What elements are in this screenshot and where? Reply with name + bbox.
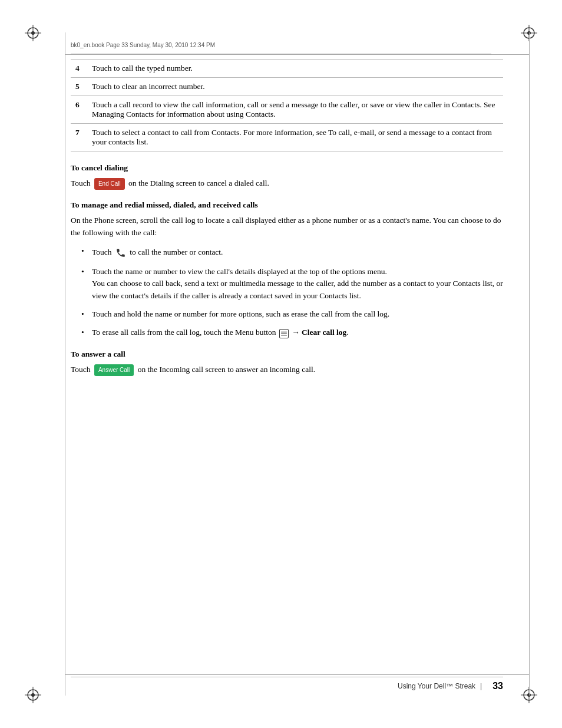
footer-top-line: [65, 674, 530, 675]
section-heading-cancel-dialing: To cancel dialing: [71, 163, 503, 173]
header-text: bk0_en.book Page 33 Sunday, May 30, 2010…: [71, 42, 215, 48]
footer-separator: |: [480, 682, 482, 690]
step-text-4: Touch to call the typed number.: [87, 60, 503, 78]
right-border-line: [529, 32, 530, 696]
reg-mark-bottom-left: [25, 687, 41, 703]
table-row: 6 Touch a call record to view the call i…: [71, 96, 503, 124]
step-table: 4 Touch to call the typed number. 5 Touc…: [71, 59, 503, 151]
page-header: bk0_en.book Page 33 Sunday, May 30, 2010…: [71, 37, 491, 54]
section-heading-manage-redial: To manage and redial missed, dialed, and…: [71, 200, 503, 210]
step-number-5: 5: [71, 78, 87, 96]
menu-icon: [279, 327, 289, 339]
step-text-6: Touch a call record to view the call inf…: [87, 96, 503, 124]
step-number-4: 4: [71, 60, 87, 78]
answer-call-button-inline: Answer Call: [94, 364, 134, 376]
answer-call-body: Touch Answer Call on the Incoming call s…: [71, 364, 503, 376]
reg-mark-top-left: [25, 25, 41, 41]
page-footer: Using Your Dell™ Streak | 33: [71, 677, 503, 691]
footer-page-number: 33: [492, 681, 503, 691]
svg-point-11: [31, 693, 35, 697]
list-item: To erase all calls from the call log, to…: [81, 327, 503, 339]
step-number-6: 6: [71, 96, 87, 124]
bullet-list-manage-redial: Touch to call the number or contact. Tou…: [81, 245, 503, 339]
content-area: 4 Touch to call the typed number. 5 Touc…: [71, 59, 503, 669]
header-bottom-line: [65, 54, 530, 55]
table-row: 5 Touch to clear an incorrect number.: [71, 78, 503, 96]
clear-call-log-label: Clear call log: [302, 328, 346, 337]
left-border-line: [65, 32, 65, 696]
section-heading-answer-call: To answer a call: [71, 350, 503, 359]
step-number-7: 7: [71, 124, 87, 151]
cancel-dialing-body: Touch End Call on the Dialing screen to …: [71, 177, 503, 190]
step-text-5: Touch to clear an incorrect number.: [87, 78, 503, 96]
table-row: 4 Touch to call the typed number.: [71, 60, 503, 78]
step-text-7: Touch to select a contact to call from C…: [87, 124, 503, 151]
footer-text: Using Your Dell™ Streak: [398, 682, 475, 690]
table-row: 7 Touch to select a contact to call from…: [71, 124, 503, 151]
phone-icon: [115, 245, 126, 260]
svg-point-3: [31, 31, 35, 35]
manage-redial-intro: On the Phone screen, scroll the call log…: [71, 215, 503, 239]
list-item: Touch the name or number to view the cal…: [81, 266, 503, 303]
list-item: Touch and hold the name or number for mo…: [81, 308, 503, 321]
list-item: Touch to call the number or contact.: [81, 245, 503, 260]
end-call-button-inline: End Call: [94, 178, 125, 190]
